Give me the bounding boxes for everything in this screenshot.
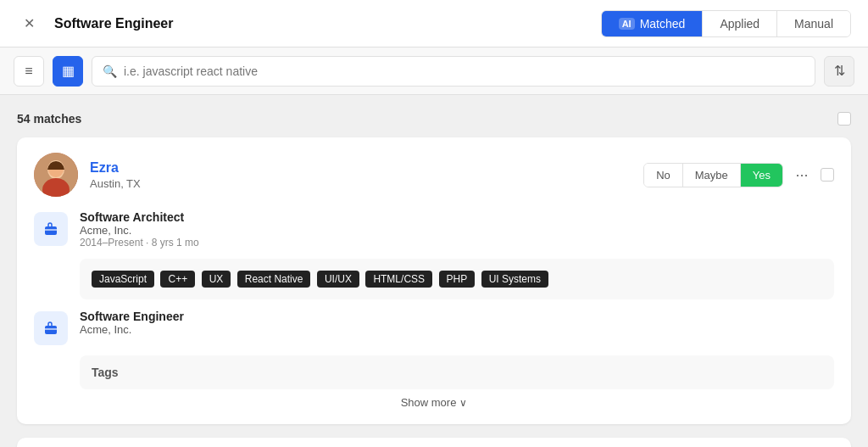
candidate-header-ezra: Ezra Austin, TX No Maybe Yes ··· [34, 153, 834, 197]
avatar-ezra [34, 153, 78, 197]
candidate-card-glenda: Glenda Nashville, TN No Maybe Yes ··· [17, 438, 851, 447]
experience-row-2-ezra: Software Engineer Acme, Inc. [34, 310, 834, 345]
candidate-name-ezra[interactable]: Ezra [90, 160, 632, 176]
skill-react-native: React Native [237, 271, 311, 288]
svg-rect-4 [45, 226, 57, 235]
briefcase-icon-2 [42, 320, 59, 337]
tab-applied[interactable]: Applied [702, 11, 776, 36]
tab-manual-label: Manual [794, 17, 833, 31]
vote-maybe-ezra[interactable]: Maybe [683, 164, 741, 187]
job-icon-2-ezra [34, 311, 68, 345]
vote-group-ezra: No Maybe Yes [643, 163, 783, 187]
svg-rect-6 [45, 326, 57, 334]
main-content: 54 matches Ezra Austin, TX N [0, 95, 868, 447]
exp-info-1-ezra: Software Architect Acme, Inc. 2014–Prese… [80, 210, 834, 249]
skills-area-ezra: JavaScript C++ UX React Native UI/UX HTM… [80, 259, 834, 299]
skill-ui-systems: UI Systems [481, 271, 548, 288]
candidate-location-ezra: Austin, TX [90, 177, 632, 190]
search-input[interactable] [124, 64, 804, 78]
sort-button[interactable]: ⇅ [824, 56, 854, 87]
candidate-card-ezra: Ezra Austin, TX No Maybe Yes ··· [17, 137, 851, 424]
select-all-checkbox[interactable] [837, 112, 851, 126]
more-options-ezra[interactable]: ··· [790, 163, 814, 187]
vote-no-ezra[interactable]: No [644, 164, 683, 187]
show-more-label-ezra: Show more [401, 396, 457, 409]
candidate-info-ezra: Ezra Austin, TX [90, 160, 632, 190]
list-view-button[interactable]: ≡ [14, 56, 44, 87]
skill-ux: UX [202, 271, 231, 288]
skill-uiux: UI/UX [317, 271, 359, 288]
tab-applied-label: Applied [720, 17, 760, 31]
toolbar: ≡ ▦ 🔍 ⇅ [0, 47, 868, 95]
vote-yes-ezra[interactable]: Yes [741, 164, 782, 187]
tab-group: AI Matched Applied Manual [601, 10, 851, 37]
exp-company-2-ezra: Acme, Inc. [80, 323, 834, 336]
tab-matched[interactable]: AI Matched [602, 11, 703, 36]
matches-count-row: 54 matches [17, 112, 851, 126]
page-title: Software Engineer [54, 16, 587, 31]
matches-count-label: 54 matches [17, 112, 81, 126]
header: ✕ Software Engineer AI Matched Applied M… [0, 0, 868, 47]
job-icon-1-ezra [34, 212, 68, 246]
close-button[interactable]: ✕ [17, 12, 41, 36]
tab-matched-label: Matched [640, 17, 686, 31]
tags-area-ezra: Tags [80, 355, 834, 389]
search-icon: 🔍 [103, 64, 117, 78]
exp-title-1-ezra: Software Architect [80, 210, 834, 224]
skill-php: PHP [439, 271, 476, 288]
search-box: 🔍 [92, 56, 815, 87]
skill-javascript: JavaScript [92, 271, 154, 288]
tab-manual[interactable]: Manual [776, 11, 850, 36]
ai-badge: AI [619, 18, 635, 30]
chevron-down-icon: ∨ [459, 397, 467, 409]
show-more-ezra[interactable]: Show more ∨ [34, 396, 834, 409]
exp-company-1-ezra: Acme, Inc. [80, 224, 834, 237]
exp-duration-1-ezra: 2014–Present · 8 yrs 1 mo [80, 237, 834, 249]
briefcase-icon [42, 221, 59, 237]
grid-view-button[interactable]: ▦ [53, 56, 83, 87]
exp-title-2-ezra: Software Engineer [80, 310, 834, 323]
experience-row-1-ezra: Software Architect Acme, Inc. 2014–Prese… [34, 210, 834, 249]
select-ezra-checkbox[interactable] [821, 168, 834, 182]
avatar-image-ezra [34, 153, 78, 197]
skill-html-css: HTML/CSS [365, 271, 432, 288]
skill-cpp: C++ [160, 271, 195, 288]
exp-info-2-ezra: Software Engineer Acme, Inc. [80, 310, 834, 336]
candidate-actions-ezra: No Maybe Yes ··· [643, 163, 834, 187]
